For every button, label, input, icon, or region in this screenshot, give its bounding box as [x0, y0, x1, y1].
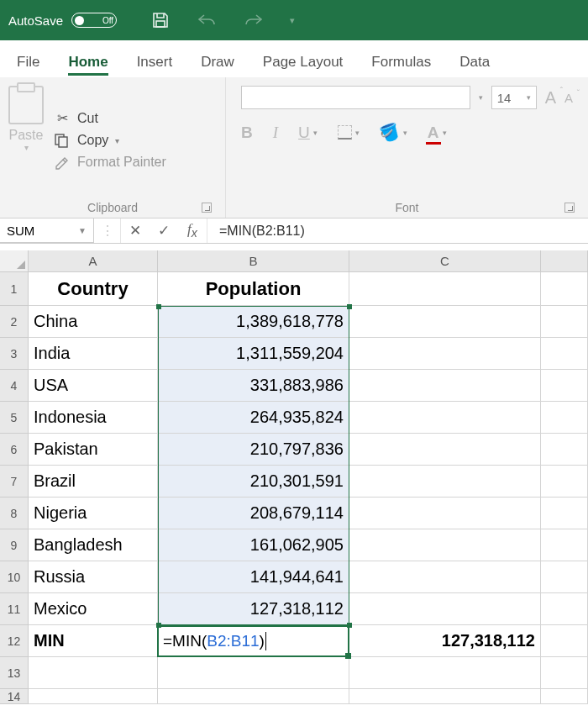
cell[interactable] [541, 498, 588, 529]
cell[interactable] [541, 689, 588, 704]
cell[interactable]: 127,318,112 [349, 625, 541, 657]
cell[interactable]: MIN [29, 625, 158, 657]
font-color-button[interactable]: A ▾ [428, 124, 447, 142]
formula-input[interactable]: =MIN(B2:B11) [207, 218, 588, 243]
cut-button[interactable]: ✂ Cut [54, 110, 166, 126]
save-icon[interactable] [150, 10, 171, 30]
dialog-launcher-icon[interactable] [564, 203, 575, 213]
borders-button[interactable]: ▾ [338, 125, 360, 140]
row-header[interactable]: 5 [0, 402, 29, 434]
row-header[interactable]: 9 [0, 529, 29, 561]
underline-button[interactable]: U ▾ [298, 124, 318, 142]
col-header-C[interactable]: C [349, 250, 541, 271]
cell[interactable] [541, 272, 588, 306]
row-header[interactable]: 11 [0, 593, 29, 625]
autosave-control[interactable]: AutoSave Off [8, 13, 117, 28]
cell[interactable] [349, 434, 541, 466]
tab-insert[interactable]: Insert [137, 54, 173, 77]
row-header[interactable]: 10 [0, 561, 29, 593]
chevron-down-icon[interactable]: ▾ [115, 136, 119, 145]
cell[interactable]: Mexico [29, 593, 158, 625]
cell[interactable] [541, 370, 588, 402]
row-header[interactable]: 8 [0, 498, 29, 529]
cell[interactable] [349, 498, 541, 529]
cell[interactable] [349, 272, 541, 306]
spreadsheet-grid[interactable]: A B C 1 Country Population 2 China 1,389… [0, 250, 588, 704]
cell[interactable] [541, 657, 588, 689]
cell[interactable]: 1,389,618,778 [158, 306, 349, 338]
cell[interactable]: 141,944,641 [158, 561, 349, 593]
insert-function-button[interactable]: fx [178, 221, 207, 240]
cell[interactable] [349, 466, 541, 498]
active-cell[interactable]: =MIN(B2:B11) [158, 625, 349, 657]
tab-home[interactable]: Home [68, 54, 108, 77]
row-header[interactable]: 7 [0, 466, 29, 498]
cell[interactable]: Brazil [29, 466, 158, 498]
cell[interactable]: Population [158, 272, 349, 306]
format-painter-button[interactable]: Format Painter [54, 155, 166, 170]
cell[interactable]: 127,318,112 [158, 593, 349, 625]
cell[interactable] [349, 529, 541, 561]
tab-file[interactable]: File [17, 54, 39, 77]
italic-button[interactable]: I [273, 124, 278, 142]
cell[interactable]: USA [29, 370, 158, 402]
row-header[interactable]: 2 [0, 306, 29, 338]
redo-icon[interactable] [243, 12, 265, 29]
cell[interactable] [349, 306, 541, 338]
cell[interactable] [541, 338, 588, 370]
customize-qat-icon[interactable]: ▾ [290, 15, 295, 26]
bold-button[interactable]: B [241, 124, 253, 142]
cell[interactable]: China [29, 306, 158, 338]
row-header[interactable]: 1 [0, 272, 29, 306]
cell[interactable] [541, 625, 588, 657]
cell[interactable]: Nigeria [29, 498, 158, 529]
tab-page-layout[interactable]: Page Layout [263, 54, 343, 77]
name-box[interactable]: SUM ▼ [0, 218, 94, 243]
cell[interactable] [541, 529, 588, 561]
select-all-corner[interactable] [0, 250, 29, 271]
cell[interactable] [29, 689, 158, 704]
cell[interactable]: Bangladesh [29, 529, 158, 561]
col-header-A[interactable]: A [29, 250, 158, 271]
font-size-combo[interactable]: 14 ▾ [491, 86, 537, 109]
cell[interactable]: Country [29, 272, 158, 306]
cancel-formula-button[interactable]: ✕ [121, 222, 150, 240]
cell[interactable]: Russia [29, 561, 158, 593]
undo-icon[interactable] [196, 12, 218, 29]
fill-color-button[interactable]: 🪣 ▾ [380, 123, 407, 142]
col-header-blank[interactable] [541, 250, 588, 271]
dialog-launcher-icon[interactable] [202, 203, 212, 213]
cell[interactable]: 210,301,591 [158, 466, 349, 498]
autosave-toggle[interactable]: Off [71, 13, 117, 28]
cell[interactable] [349, 370, 541, 402]
tab-formulas[interactable]: Formulas [371, 54, 431, 77]
cell[interactable]: 1,311,559,204 [158, 338, 349, 370]
cell[interactable]: 161,062,905 [158, 529, 349, 561]
cell[interactable]: 264,935,824 [158, 402, 349, 434]
row-header[interactable]: 12 [0, 625, 29, 657]
row-header[interactable]: 3 [0, 338, 29, 370]
cell[interactable]: 208,679,114 [158, 498, 349, 529]
copy-button[interactable]: Copy ▾ [54, 133, 166, 148]
cell[interactable] [158, 657, 349, 689]
cell[interactable]: India [29, 338, 158, 370]
cell[interactable] [158, 689, 349, 704]
row-header[interactable]: 13 [0, 657, 29, 689]
chevron-down-icon[interactable]: ▾ [479, 93, 483, 102]
increase-font-icon[interactable]: Aˆ [545, 88, 556, 108]
cell[interactable]: 210,797,836 [158, 434, 349, 466]
cell[interactable]: Pakistan [29, 434, 158, 466]
decrease-font-icon[interactable]: Aˇ [564, 91, 573, 105]
chevron-down-icon[interactable]: ▼ [78, 226, 87, 235]
row-header[interactable]: 6 [0, 434, 29, 466]
font-name-combo[interactable] [241, 86, 470, 109]
cell[interactable]: 331,883,986 [158, 370, 349, 402]
col-header-B[interactable]: B [158, 250, 349, 271]
cell[interactable] [349, 561, 541, 593]
cell[interactable] [541, 561, 588, 593]
cell[interactable] [349, 657, 541, 689]
row-header[interactable]: 4 [0, 370, 29, 402]
cell[interactable] [349, 689, 541, 704]
row-header[interactable]: 14 [0, 689, 29, 704]
cell[interactable]: Indonesia [29, 402, 158, 434]
